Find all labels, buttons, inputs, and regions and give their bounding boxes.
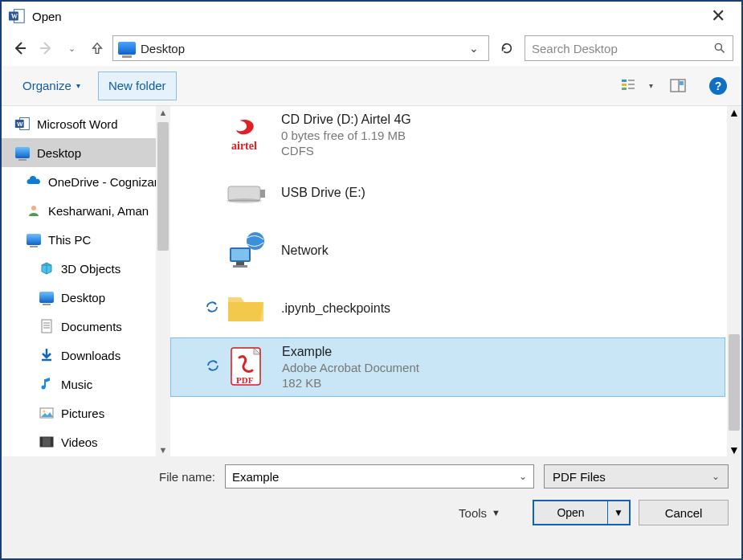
search-icon xyxy=(713,42,726,55)
user-icon xyxy=(26,202,42,219)
music-icon xyxy=(39,376,55,392)
svg-rect-38 xyxy=(236,262,244,265)
file-item--ipynb-checkpoints[interactable]: .ipynb_checkpoints xyxy=(170,280,725,337)
file-name: CD Drive (D:) Airtel 4G xyxy=(281,112,411,127)
nav-bar: ⌄ Desktop ⌄ Search Desktop xyxy=(2,31,741,66)
svg-rect-8 xyxy=(622,84,627,86)
word-icon: W xyxy=(14,116,31,132)
filename-dropdown-icon[interactable]: ⌄ xyxy=(519,471,527,482)
videos-icon xyxy=(39,434,55,450)
recent-dropdown[interactable]: ⌄ xyxy=(61,38,82,59)
network-icon xyxy=(222,228,270,273)
sync-icon xyxy=(203,358,222,377)
tree-item-videos[interactable]: Videos xyxy=(2,427,170,456)
svg-rect-37 xyxy=(231,249,249,260)
view-dropdown-icon[interactable]: ▾ xyxy=(649,81,653,90)
view-options-button[interactable] xyxy=(617,74,641,98)
airtel-icon: airtel xyxy=(222,112,270,157)
tree-item-label: Downloads xyxy=(61,349,120,362)
tree-item-label: Documents xyxy=(61,320,122,333)
preview-pane-button[interactable] xyxy=(666,74,690,98)
organize-button[interactable]: Organize xyxy=(13,72,90,100)
sync-icon xyxy=(202,300,222,318)
svg-rect-15 xyxy=(680,81,684,85)
tree-item-label: Pictures xyxy=(61,407,104,420)
tree-item-label: Desktop xyxy=(61,291,105,305)
filename-input[interactable]: Example ⌄ xyxy=(225,464,534,488)
3d-icon xyxy=(39,260,55,276)
tree-scrollbar[interactable]: ▲▼ xyxy=(156,106,170,456)
svg-rect-20 xyxy=(42,320,51,333)
monitor-icon xyxy=(26,231,42,247)
svg-rect-29 xyxy=(40,437,43,447)
tree-item-pictures[interactable]: Pictures xyxy=(2,399,170,427)
address-dropdown[interactable]: ⌄ xyxy=(464,42,484,55)
svg-text:W: W xyxy=(11,13,18,20)
file-item-usb-drive-e-[interactable]: USB Drive (E:) xyxy=(170,164,725,222)
tree-item-label: This PC xyxy=(48,233,91,247)
tree-item-documents[interactable]: Documents xyxy=(2,312,170,341)
svg-text:PDF: PDF xyxy=(236,375,254,385)
download-icon xyxy=(39,347,55,363)
file-list: airtelCD Drive (D:) Airtel 4G0 bytes fre… xyxy=(170,106,741,456)
tree-item-onedrive-cognizant[interactable]: OneDrive - Cognizant xyxy=(2,167,170,196)
desktop-icon xyxy=(118,42,136,55)
svg-text:W: W xyxy=(17,121,23,128)
file-type-filter-text: PDF Files xyxy=(553,470,606,484)
file-type-dropdown-icon[interactable]: ⌄ xyxy=(712,471,720,482)
refresh-button[interactable] xyxy=(494,35,520,61)
svg-rect-7 xyxy=(622,80,627,82)
content-scrollbar[interactable]: ▲ ▼ xyxy=(727,106,741,456)
cancel-button[interactable]: Cancel xyxy=(639,500,729,525)
svg-point-19 xyxy=(31,206,36,211)
doc-icon xyxy=(39,318,55,334)
help-button[interactable]: ? xyxy=(706,74,730,98)
svg-point-5 xyxy=(715,43,721,50)
search-input[interactable]: Search Desktop xyxy=(525,35,733,61)
tree-item-desktop[interactable]: Desktop xyxy=(2,283,170,312)
tree-item-label: Music xyxy=(61,378,92,391)
tree-item-this-pc[interactable]: This PC xyxy=(2,225,170,254)
back-button[interactable] xyxy=(10,38,31,59)
usb-icon xyxy=(222,170,270,215)
filename-label: File name: xyxy=(14,470,215,484)
svg-rect-39 xyxy=(233,265,247,268)
up-button[interactable] xyxy=(87,38,108,59)
file-item-cd-drive-d-airtel-4g[interactable]: airtelCD Drive (D:) Airtel 4G0 bytes fre… xyxy=(170,106,725,164)
file-item-example[interactable]: PDFExampleAdobe Acrobat Document182 KB xyxy=(170,337,725,397)
svg-rect-33 xyxy=(260,190,265,198)
file-name: Network xyxy=(281,243,329,258)
close-button[interactable]: ✕ xyxy=(701,6,735,27)
file-name: USB Drive (E:) xyxy=(281,186,365,200)
tree-item-kesharwani-aman[interactable]: Kesharwani, Aman xyxy=(2,196,170,225)
tools-button[interactable]: Tools▼ xyxy=(459,506,500,520)
file-item-network[interactable]: Network xyxy=(170,222,725,280)
search-placeholder: Search Desktop xyxy=(532,42,713,55)
tree-item-microsoft-word[interactable]: WMicrosoft Word xyxy=(2,109,170,138)
svg-rect-30 xyxy=(51,437,53,447)
word-icon: W xyxy=(8,7,26,25)
tree-item-desktop[interactable]: Desktop xyxy=(2,138,170,167)
monitor-icon xyxy=(39,289,55,305)
tree-item-music[interactable]: Music xyxy=(2,370,170,399)
file-type-filter[interactable]: PDF Files ⌄ xyxy=(544,464,729,488)
svg-point-34 xyxy=(227,198,262,203)
tree-item-label: 3D Objects xyxy=(61,262,120,276)
tree-item-label: Desktop xyxy=(37,146,81,160)
filename-value: Example xyxy=(232,470,279,484)
tree-item-label: Kesharwani, Aman xyxy=(48,204,149,218)
pdf-icon: PDF xyxy=(222,345,271,390)
tree-item-downloads[interactable]: Downloads xyxy=(2,341,170,370)
svg-point-35 xyxy=(247,232,264,250)
open-button-dropdown[interactable]: ▼ xyxy=(608,501,629,524)
monitor-icon xyxy=(14,145,31,161)
address-bar[interactable]: Desktop ⌄ xyxy=(112,35,489,61)
file-name: .ipynb_checkpoints xyxy=(281,301,390,316)
new-folder-button[interactable]: New folder xyxy=(98,72,177,100)
forward-button[interactable] xyxy=(35,38,56,59)
tree-item-3d-objects[interactable]: 3D Objects xyxy=(2,254,170,283)
svg-line-6 xyxy=(721,50,725,53)
open-button[interactable]: Open ▼ xyxy=(533,500,631,525)
open-button-main[interactable]: Open xyxy=(534,501,608,524)
window-title: Open xyxy=(32,10,62,23)
